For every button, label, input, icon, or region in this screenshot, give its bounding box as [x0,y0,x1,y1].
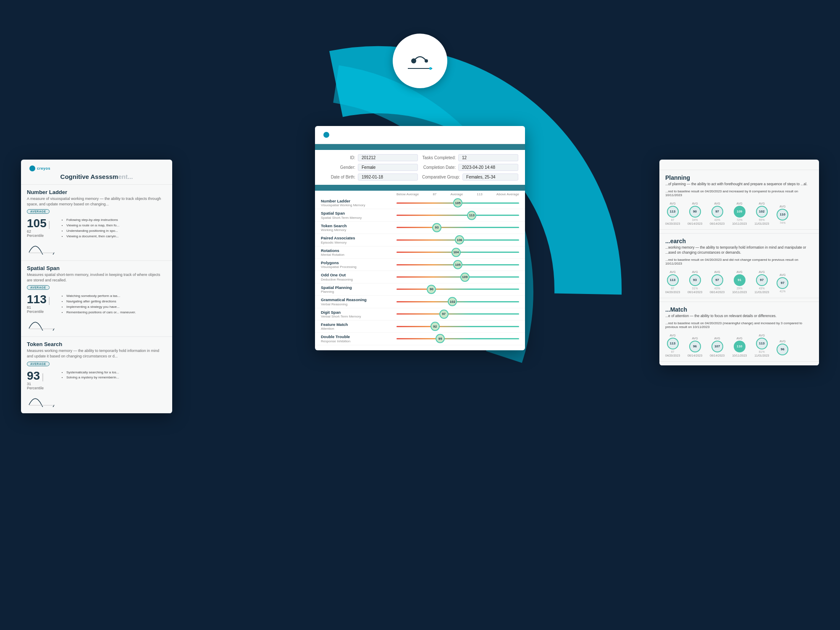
score-bubble: 90 [427,285,436,294]
rc-avg-label: AVG [780,273,785,276]
assessment-details-table: ID: 201212 Tasks Completed: 12 Gender: F… [315,150,525,185]
perf-bar: 105 [396,199,519,207]
bar-track [396,313,519,315]
perf-test-row: Number Ladder Visuospatial Working Memor… [315,197,525,209]
scale-below: Below Average [396,192,419,196]
scale-113: 113 [477,192,482,196]
rc-chart-bubble: 107 [711,341,723,352]
score-bubble: 104 [452,248,461,257]
lc-score-num: 93 [27,370,40,382]
lc-bullets-section: Systematically searching for a los...Sol… [61,370,119,381]
lc-bullet: Solving a mystery by rememberin... [66,375,119,381]
rc-chart-bubble: 97 [711,206,723,218]
lc-bullet: Systematically searching for a los... [66,370,119,375]
perf-test-row: Odd One Out Deductive Reasoning 109 [315,271,525,283]
lc-bullet-list: Watching somebody perform a tas...Naviga… [61,294,136,315]
detail-label-tasks: Tasks Completed: [422,155,456,160]
left-card-header: creyos Cognitive Assessment... [21,160,172,185]
lc-bullet-list: Systematically searching for a los...Sol… [61,370,119,381]
lc-score-section: 105 | 62Percentile [27,218,56,256]
left-report-card: creyos Cognitive Assessment... Number La… [21,160,172,413]
rc-chart-point: AVG 96 [777,340,788,357]
bar-track [396,289,519,290]
perf-test-row: Double Trouble Response Inhibition 95 [315,333,525,345]
scale-above: Above Average [496,192,519,196]
lc-badge: AVERAGE [27,285,50,290]
perf-test-sub: Working Memory [321,228,396,232]
lc-percentile: 31Percentile [27,382,56,390]
rc-chart-row: AVG 113 87 04/20/2023 AVG 93 31% 06/14/2… [659,268,819,298]
rc-avg-label: AVG [737,337,743,340]
lc-test-desc: Measures working memory — the ability to… [27,348,166,359]
detail-row-tasks: Tasks Completed: 12 [422,154,518,161]
rc-chart-bubble: 96 [777,344,788,355]
rc-chart-bubble: 110 [777,209,788,220]
perf-test-label: Double Trouble Response Inhibition [321,334,396,343]
lc-curve-chart [27,314,56,331]
perf-test-name: Grammatical Reasoning [321,297,396,302]
perf-test-label: Polygons Visuospatial Processing [321,260,396,269]
rc-chart-point: AVG 109 72% 10/11/2023 [732,202,747,225]
perf-test-label: Digit Span Verbal Short-Term Memory [321,310,396,318]
rc-chart-date: 06/14/2023 [688,354,702,357]
main-card-footer [315,345,525,350]
rc-chart-point: AVG 113 87 04/20/2023 [665,334,680,357]
lc-bullet: Implementing a strategy you have... [66,304,136,310]
lc-score-row: 93 | 31Percentile Systematically searchi… [27,370,166,409]
detail-label-gender: Gender: [322,165,355,170]
score-bubble: 113 [467,211,476,220]
lc-curve-chart [27,390,56,407]
lc-test-desc: Measures spatial short-term memory, invo… [27,272,166,283]
rc-chart-row: AVG 113 87 04/20/2023 AVG 90 34% 06/14/2… [659,200,819,230]
scale-avg: Average [450,192,463,196]
lc-bullet-list: Following step-by-step instructionsViewi… [61,218,119,239]
score-bubble: 93 [432,223,441,232]
rc-chart-sub: 43% [714,218,720,221]
rc-chart-bubble: 97 [777,277,788,289]
perf-test-sub: Attention [321,327,396,331]
rc-avg-label: AVG [780,205,785,208]
rc-chart-point: AVG 97 43% 11/01/2023 [754,270,769,294]
rc-chart-sub: 43% [714,287,720,290]
perf-bar: 109 [396,273,519,281]
rc-chart-date: 11/01/2023 [754,222,769,225]
perf-bar: 113 [396,211,519,220]
perf-test-name: Digit Span [321,310,396,315]
left-brand-logo: creyos [29,165,164,171]
rc-chart-sub: 41% [780,290,785,293]
bar-track [396,338,519,339]
logo-dot [323,132,329,138]
rc-chart-point: AVG 96 06/14/2023 [688,337,702,357]
perf-test-name: Odd One Out [321,273,396,277]
rc-chart-row: AVG 113 87 04/20/2023 AVG 96 06/14/2023 … [659,331,819,362]
lc-score-num: 113 [27,294,47,305]
perf-test-label: Grammatical Reasoning Verbal Reasoning [321,297,396,306]
perf-bar: 102 [396,297,519,306]
rc-chart-bubble: 110 [734,341,746,352]
rc-chart-sub: 29% [737,287,743,290]
rc-avg-label: AVG [692,337,698,340]
perf-test-name: Number Ladder [321,199,396,203]
perf-test-sub: Deductive Reasoning [321,278,396,281]
rc-avg-label: AVG [759,270,765,273]
lc-test-title: Number Ladder [27,189,166,195]
perf-test-sub: Spatial Short-Term Memory [321,216,396,220]
pipe: | [42,372,44,382]
main-report-card: ID: 201212 Tasks Completed: 12 Gender: F… [315,126,525,350]
lc-score-section: 113 | 81Percentile [27,294,56,332]
pipe: | [48,220,50,229]
rc-chart-point: AVG 90 34% 06/14/2023 [688,202,702,225]
detail-row-gender: Gender: Female [322,164,418,171]
detail-row-completion: Completion Date: 2023-04-20 14:48 [422,164,518,171]
detail-value-completion: 2023-04-20 14:48 [458,164,518,171]
rc-chart-sub: 87 [671,218,675,221]
detail-row-group: Comparative Group: Females, 25-34 [422,173,518,181]
detail-label-group: Comparative Group: [422,175,460,179]
perf-bar: 95 [396,334,519,343]
perf-test-label: Spatial Span Spatial Short-Term Memory [321,211,396,219]
lc-percentile: 81Percentile [27,305,56,314]
lc-bullets-section: Watching somebody perform a tas...Naviga… [61,294,136,315]
rc-section-desc: ...of planning — the ability to act with… [659,182,819,189]
rc-chart-point: AVG 102 55% 11/01/2023 [754,202,769,225]
rc-chart-sub: 81% [759,350,765,353]
